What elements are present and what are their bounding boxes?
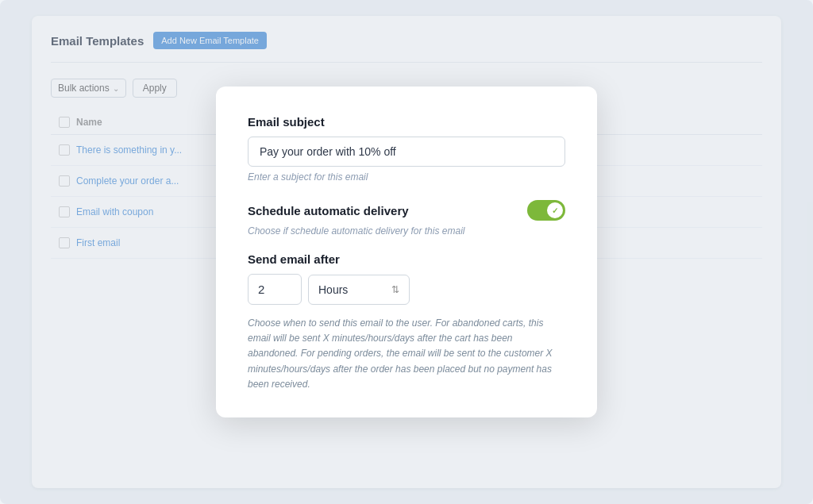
page-wrapper: Email Templates Add New Email Template B… bbox=[0, 0, 813, 504]
email-settings-modal: Email subject Enter a subject for this e… bbox=[216, 87, 597, 417]
toggle-knob: ✓ bbox=[547, 202, 563, 218]
schedule-delivery-toggle[interactable]: ✓ bbox=[527, 200, 565, 221]
send-after-unit-select[interactable]: Hours ⇅ bbox=[308, 275, 410, 305]
check-icon: ✓ bbox=[552, 206, 558, 215]
schedule-delivery-hint: Choose if schedule automatic delivery fo… bbox=[248, 225, 565, 237]
send-after-controls: Hours ⇅ bbox=[248, 274, 565, 305]
email-subject-hint: Enter a subject for this email bbox=[248, 171, 565, 183]
send-after-number-input[interactable] bbox=[248, 274, 302, 305]
send-after-description: Choose when to send this email to the us… bbox=[248, 316, 565, 392]
schedule-delivery-row: Schedule automatic delivery ✓ bbox=[248, 200, 565, 221]
unit-value: Hours bbox=[318, 283, 348, 296]
email-subject-input[interactable] bbox=[248, 137, 565, 167]
schedule-delivery-label: Schedule automatic delivery bbox=[248, 204, 409, 217]
send-after-label: Send email after bbox=[248, 252, 565, 266]
chevron-up-down-icon: ⇅ bbox=[391, 284, 399, 295]
modal-overlay: Email subject Enter a subject for this e… bbox=[0, 0, 813, 504]
email-subject-label: Email subject bbox=[248, 115, 565, 129]
